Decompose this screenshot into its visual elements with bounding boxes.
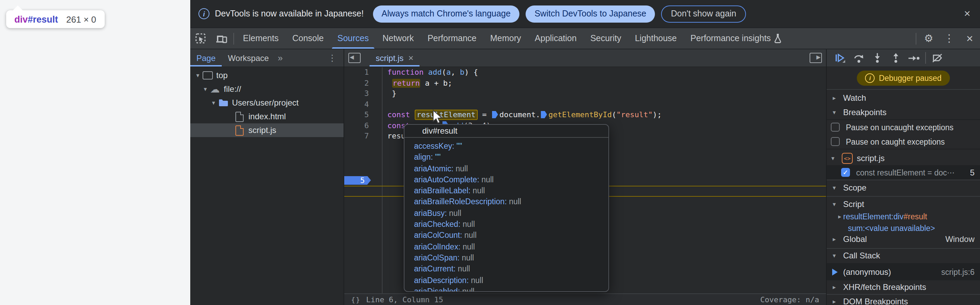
step-out-icon[interactable] (886, 53, 905, 63)
overlay-element-id: #result (28, 14, 58, 24)
line-number[interactable]: 5 (344, 110, 369, 120)
scope-var-sum[interactable]: sum: <value unavailable> (827, 222, 980, 234)
section-breakpoints[interactable]: ▾ Breakpoints (827, 105, 980, 119)
expanded-arrow-icon[interactable]: ▾ (831, 200, 838, 207)
tree-item-index-html[interactable]: index.html (190, 110, 344, 123)
collapsed-arrow-icon[interactable]: ▸ (831, 298, 838, 305)
step-icon[interactable] (905, 54, 923, 61)
panel-tab-application[interactable]: Application (528, 28, 584, 49)
breakpoint-entry-row[interactable]: ✓ const resultElement = doc⋯ 5 (827, 165, 980, 180)
line-number[interactable]: 7 (344, 131, 369, 142)
line-number-gutter[interactable]: 1234567 (344, 67, 369, 142)
panel-tab-memory[interactable]: Memory (484, 28, 528, 49)
step-into-icon[interactable] (868, 53, 886, 63)
resume-script-icon[interactable] (831, 53, 849, 63)
scope-var-resultelement[interactable]: ▸ resultElement: div#result (827, 211, 980, 222)
collapsed-arrow-icon[interactable]: ▸ (831, 94, 838, 101)
collapsed-arrow-icon[interactable]: ▸ (831, 283, 838, 290)
panel-tab-sources[interactable]: Sources (331, 28, 376, 49)
breakpoint-file-group[interactable]: ▾ <> script.js (827, 149, 980, 165)
line-number[interactable]: 3 (344, 88, 369, 99)
pause-caught-label: Pause on caught exceptions (846, 137, 945, 145)
panel-tab-elements[interactable]: Elements (236, 28, 285, 49)
section-dom-breakpoints[interactable]: ▸ DOM Breakpoints (827, 294, 980, 305)
debugger-toolbar (827, 50, 980, 67)
expanded-arrow-icon[interactable]: ▾ (831, 252, 838, 259)
editor-tabstrip: script.js × (344, 50, 826, 67)
line-number[interactable]: 1 (344, 67, 369, 78)
infobar-close-icon[interactable]: × (964, 8, 970, 19)
var-name: resultElement: (843, 213, 893, 221)
scope-script-section[interactable]: ▾ Script (827, 196, 980, 211)
pause-uncaught-row[interactable]: Pause on uncaught exceptions (827, 119, 980, 134)
switch-devtools-japanese-button[interactable]: Switch DevTools to Japanese (526, 5, 655, 22)
js-file-icon: <> (842, 153, 853, 164)
panel-tab-lighthouse[interactable]: Lighthouse (628, 28, 683, 49)
panel-tabs: ElementsConsoleSourcesNetworkPerformance… (236, 28, 789, 49)
tree-arrow-icon[interactable]: ▾ (194, 72, 201, 79)
popup-property-row: ariaBrailleRoleDescription: null (404, 196, 608, 208)
breakpoint-checkbox[interactable]: ✓ (841, 168, 850, 177)
debugger-paused-banner: i Debugger paused (827, 67, 980, 89)
navigator-menu-icon[interactable]: ⋮ (321, 50, 344, 67)
collapsed-arrow-icon[interactable]: ▸ (831, 236, 838, 243)
panel-tab-security[interactable]: Security (584, 28, 628, 49)
tab-workspace[interactable]: Workspace (222, 50, 275, 67)
continue-to-here-icon[interactable] (541, 111, 547, 118)
panel-tab-performance[interactable]: Performance (420, 28, 483, 49)
panel-tab-performance-insights[interactable]: Performance insights (684, 28, 789, 49)
tree-item-users-user-project[interactable]: ▾Users/user/project (190, 96, 344, 110)
popup-property-row: ariaDisabled: null (404, 286, 608, 292)
tree-arrow-icon[interactable]: ▾ (210, 99, 217, 106)
tree-item-top[interactable]: ▾top (190, 69, 344, 82)
expanded-arrow-icon[interactable]: ▾ (831, 184, 838, 191)
expanded-arrow-icon[interactable]: ▾ (831, 109, 838, 116)
tree-item-label: Users/user/project (232, 98, 299, 108)
navigator-tabs: Page Workspace » ⋮ (190, 50, 344, 67)
pause-caught-row[interactable]: Pause on caught exceptions (827, 134, 980, 149)
dont-show-again-button[interactable]: Don't show again (662, 5, 746, 22)
section-xhr-breakpoints[interactable]: ▸ XHR/fetch Breakpoints (827, 280, 980, 294)
toggle-navigator-icon[interactable] (348, 53, 361, 63)
panel-tab-console[interactable]: Console (285, 28, 331, 49)
tab-page[interactable]: Page (190, 50, 222, 67)
breakpoint-line-number: 5 (970, 168, 980, 177)
expanded-arrow-icon[interactable]: ▾ (829, 155, 836, 162)
step-over-icon[interactable] (849, 53, 868, 63)
device-toolbar-icon[interactable] (211, 28, 231, 49)
devtools-close-icon[interactable]: ✕ (959, 28, 980, 49)
always-match-language-button[interactable]: Always match Chrome's language (372, 5, 519, 22)
inspect-element-icon[interactable] (190, 28, 211, 49)
code-line (387, 99, 826, 110)
settings-gear-icon[interactable]: ⚙ (918, 28, 939, 49)
tree-item-label: index.html (248, 112, 286, 121)
section-scope[interactable]: ▾ Scope (827, 180, 980, 195)
more-tabs-chevron[interactable]: » (275, 50, 285, 67)
panel-tab-network[interactable]: Network (376, 28, 421, 49)
global-value: Window (945, 235, 980, 244)
tree-arrow-icon[interactable]: ▾ (202, 86, 209, 93)
toggle-debugger-icon[interactable] (810, 53, 822, 63)
pretty-print-icon[interactable]: {} (351, 296, 361, 303)
continue-to-here-icon[interactable] (492, 111, 498, 118)
line-number[interactable]: 6 (344, 120, 369, 131)
line-number[interactable]: 4 (344, 99, 369, 110)
execution-line-marker[interactable]: 5 (344, 176, 371, 185)
tree-item-script-js[interactable]: script.js (190, 123, 344, 137)
scope-label: Scope (843, 183, 866, 192)
editor-tab-close-icon[interactable]: × (408, 53, 414, 63)
scope-global-row[interactable]: ▸ Global Window (827, 234, 980, 245)
more-options-icon[interactable]: ⋮ (939, 28, 959, 49)
deactivate-breakpoints-icon[interactable] (928, 53, 947, 63)
frame-name: (anonymous) (843, 267, 891, 276)
editor-tab-scriptjs[interactable]: script.js × (369, 50, 420, 67)
section-call-stack[interactable]: ▾ Call Stack (827, 248, 980, 263)
pause-uncaught-checkbox[interactable] (831, 123, 840, 132)
section-watch[interactable]: ▸ Watch (827, 89, 980, 105)
collapsed-arrow-icon[interactable]: ▸ (836, 214, 843, 220)
watch-label: Watch (843, 93, 866, 102)
call-stack-frame-row[interactable]: (anonymous) script.js:6 (827, 263, 980, 280)
line-number[interactable]: 2 (344, 78, 369, 88)
pause-caught-checkbox[interactable] (831, 137, 840, 146)
tree-item-file-[interactable]: ▾☁file:// (190, 82, 344, 96)
